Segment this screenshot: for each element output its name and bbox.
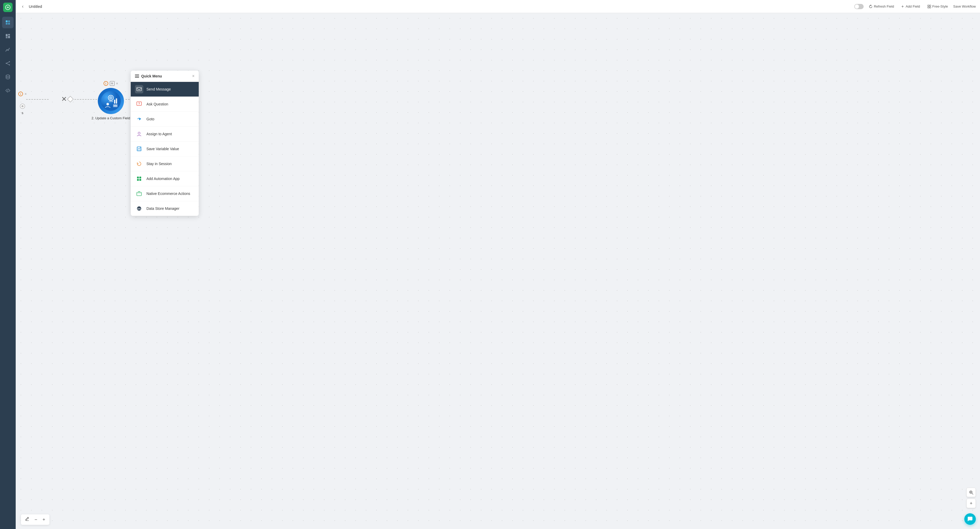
svg-rect-6: [8, 34, 10, 35]
sidebar-item-share[interactable]: [2, 57, 14, 69]
sidebar-item-home[interactable]: [2, 17, 14, 28]
sidebar-logo[interactable]: [3, 3, 13, 12]
zoom-plus-button[interactable]: +: [966, 499, 976, 508]
menu-item-stay-in-session[interactable]: Stay in Session: [131, 156, 199, 171]
minus-icon: −: [35, 517, 37, 522]
sidebar-item-dashboard[interactable]: [2, 30, 14, 42]
crm-node[interactable]: i ⧉ ×: [92, 81, 130, 120]
svg-line-13: [7, 64, 9, 65]
refresh-field-button[interactable]: Refresh Field: [867, 3, 896, 10]
menu-item-save-variable[interactable]: Save Variable Value: [131, 142, 199, 156]
close-start[interactable]: ×: [25, 92, 27, 96]
svg-text:DS: DS: [138, 207, 141, 210]
svg-rect-37: [135, 75, 139, 75]
svg-rect-18: [928, 7, 929, 8]
zoom-out-button[interactable]: −: [33, 517, 38, 523]
menu-item-add-automation-app[interactable]: Add Automation App: [131, 171, 199, 186]
node-start: i × s: [18, 92, 27, 115]
node-controls-start: i ×: [18, 92, 27, 96]
bottom-toolbar: − +: [21, 515, 49, 525]
svg-rect-48: [137, 177, 139, 178]
save-workflow-button[interactable]: Save Workflow: [953, 5, 976, 8]
svg-point-31: [107, 103, 109, 105]
refresh-field-label: Refresh Field: [874, 5, 894, 8]
freestyle-label: Free-Style: [932, 5, 948, 8]
freestyle-button[interactable]: Free-Style: [925, 3, 950, 10]
sidebar-item-database[interactable]: [2, 71, 14, 83]
add-automation-icon: [135, 175, 143, 183]
main-area: ‹ Untitled Refresh Field + Add Field Fre…: [16, 0, 980, 529]
native-ecommerce-icon: [135, 190, 143, 198]
save-variable-label: Save Variable Value: [146, 147, 179, 151]
menu-item-send-message[interactable]: Send Message: [131, 82, 199, 97]
svg-point-28: [110, 97, 111, 98]
menu-item-native-ecommerce[interactable]: Native Ecommerce Actions: [131, 186, 199, 201]
copy-icon-crm[interactable]: ⧉: [110, 81, 115, 86]
svg-rect-4: [8, 23, 10, 25]
quick-menu-title-container: Quick Menu: [135, 74, 162, 78]
native-ecommerce-label: Native Ecommerce Actions: [146, 191, 190, 196]
svg-line-59: [972, 493, 973, 494]
diamond-connector: [68, 97, 73, 102]
zoom-icon-button[interactable]: [966, 488, 976, 497]
crm-node-controls: i ⧉ ×: [103, 81, 118, 86]
back-button[interactable]: ‹: [20, 3, 25, 10]
svg-rect-19: [929, 7, 931, 8]
add-icon: +: [901, 4, 904, 9]
zoom-in-button[interactable]: +: [41, 517, 46, 523]
start-connector-row: [20, 104, 25, 109]
svg-rect-49: [139, 177, 141, 178]
svg-rect-30: [116, 98, 117, 104]
quick-menu-close-button[interactable]: ×: [192, 74, 194, 78]
data-store-label: Data Store Manager: [146, 206, 179, 210]
add-automation-label: Add Automation App: [146, 177, 180, 181]
chat-icon: [967, 516, 973, 522]
assign-to-agent-label: Assign to Agent: [146, 132, 172, 136]
stay-in-session-icon: [135, 159, 143, 168]
sidebar-item-code[interactable]: [2, 85, 14, 96]
ask-question-label: Ask Question: [146, 102, 168, 106]
stay-in-session-label: Stay in Session: [146, 162, 172, 166]
start-connector: [20, 104, 25, 109]
svg-point-11: [9, 64, 10, 65]
menu-item-assign-to-agent[interactable]: Assign to Agent: [131, 127, 199, 142]
menu-item-ask-question[interactable]: ? Ask Question: [131, 97, 199, 112]
svg-rect-7: [8, 36, 10, 38]
menu-item-goto[interactable]: Goto: [131, 112, 199, 127]
svg-rect-40: [137, 88, 142, 91]
svg-rect-2: [8, 21, 10, 22]
svg-point-9: [6, 63, 7, 64]
close-crm[interactable]: ×: [116, 81, 118, 86]
chat-support-button[interactable]: [964, 513, 976, 525]
svg-rect-3: [6, 23, 8, 25]
info-icon-crm[interactable]: i: [103, 81, 108, 86]
svg-line-15: [8, 89, 8, 92]
save-variable-icon: [135, 145, 143, 153]
svg-rect-17: [929, 5, 931, 6]
add-field-label: Add Field: [906, 5, 920, 8]
quick-menu-header: Quick Menu ×: [131, 71, 199, 82]
goto-label: Goto: [146, 117, 154, 121]
ask-question-icon: ?: [135, 100, 143, 108]
edit-button[interactable]: [24, 516, 30, 523]
workflow-canvas[interactable]: i × s i ⧉ ×: [16, 13, 980, 529]
crm-icon-circle: CRM: [98, 88, 124, 114]
menu-lines-icon: [135, 75, 139, 78]
sidebar-item-analytics[interactable]: [2, 44, 14, 56]
menu-item-data-store[interactable]: DS Data Store Manager: [131, 201, 199, 216]
assign-to-agent-icon: [135, 130, 143, 138]
toggle-switch[interactable]: [854, 4, 864, 9]
info-icon-start[interactable]: i: [18, 92, 23, 96]
add-field-button[interactable]: + Add Field: [899, 3, 922, 10]
svg-text:CRM: CRM: [109, 100, 113, 102]
svg-rect-38: [135, 76, 139, 76]
freestyle-icon: [928, 5, 931, 8]
svg-text:?: ?: [138, 102, 140, 105]
refresh-icon: [869, 5, 873, 8]
send-message-icon: [135, 85, 143, 93]
sidebar: [0, 0, 16, 529]
svg-point-14: [6, 75, 10, 76]
cross-icon-left[interactable]: [62, 96, 67, 102]
zoom-plus-icon: +: [970, 501, 973, 506]
svg-rect-8: [6, 37, 8, 38]
